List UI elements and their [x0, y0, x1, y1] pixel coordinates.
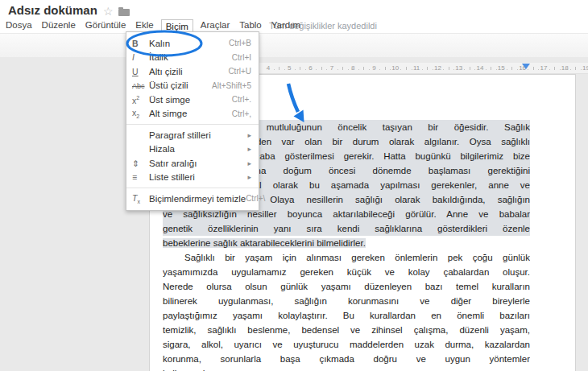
- menu-item-label: Biçimlendirmeyi temizle: [149, 194, 246, 204]
- subscript-icon: x2: [132, 108, 149, 119]
- ruler-number: 7: [330, 64, 333, 72]
- superscript-icon: x2: [132, 95, 149, 105]
- menu-shortcut: Ctrl+\: [246, 194, 265, 203]
- toolbar: Normal m... A: [0, 33, 588, 59]
- document-line[interactable]: yaşamımızda uygulamamız gereken küçük ve…: [163, 265, 530, 279]
- menubar-item-görüntüle[interactable]: Görüntüle: [83, 19, 129, 31]
- ruler-number: 13: [455, 64, 462, 72]
- menu-divider: [126, 188, 259, 188]
- menubar-item-dosya[interactable]: Dosya: [3, 19, 35, 31]
- menu-item-label: Üstü çizili: [149, 80, 212, 90]
- format-menu-item[interactable]: AbcÜstü çiziliAlt+Shift+5: [126, 79, 259, 93]
- document-workspace: 45678910111213141516171819 Sağlık, insan…: [0, 57, 588, 371]
- format-menu-item[interactable]: BKalınCtrl+B: [126, 36, 259, 51]
- menu-shortcut: Alt+Shift+5: [212, 81, 251, 90]
- format-menu-item[interactable]: TxBiçimlendirmeyi temizleCtrl+\: [126, 192, 259, 206]
- ruler-number: 18: [561, 64, 569, 72]
- clear-formatting-icon: Tx: [132, 193, 149, 204]
- submenu-arrow-icon: ▸: [247, 159, 251, 167]
- menu-shortcut: Ctrl+.: [232, 95, 251, 104]
- document-line[interactable]: kullanmadır.: [163, 366, 530, 371]
- ruler-number: 17: [540, 64, 547, 72]
- ruler-number: 5: [288, 64, 291, 72]
- document-line[interactable]: Sağlıklı bir yaşam için alınması gereken…: [163, 250, 530, 265]
- ruler-number: 19: [582, 64, 588, 72]
- italic-icon: I: [132, 52, 149, 62]
- strikethrough-icon: Abc: [132, 80, 149, 90]
- format-menu-item[interactable]: x2Alt simgeCtrl+,: [126, 107, 259, 122]
- ruler-number: 12: [434, 64, 441, 72]
- menu-item-label: Üst simge: [149, 95, 232, 105]
- format-menu: BKalınCtrl+BIİtalikCtrl+IUAltı çiziliCtr…: [126, 31, 259, 211]
- menubar-item-düzenle[interactable]: Düzenle: [39, 19, 78, 31]
- format-menu-item[interactable]: x2Üst simgeCtrl+.: [126, 93, 259, 107]
- menu-item-label: Paragraf stilleri: [149, 130, 247, 140]
- document-line[interactable]: paylaştığımız yaşamı kolaylaştırır. Bu k…: [163, 308, 530, 323]
- line-spacing-icon: ⇕: [132, 159, 149, 168]
- submenu-arrow-icon: ▸: [247, 131, 251, 139]
- document-title[interactable]: Adsız doküman: [8, 3, 97, 17]
- menu-item-label: Liste stilleri: [149, 172, 247, 182]
- bold-icon: B: [132, 39, 149, 48]
- document-line[interactable]: temizlik, sağlıklı beslenme, bedensel ve…: [163, 323, 530, 337]
- ruler-number: 10: [391, 64, 399, 72]
- ruler-number: 9: [372, 64, 375, 72]
- menu-item-label: Satır aralığı: [149, 159, 247, 168]
- ruler-indent-marker-icon[interactable]: [522, 64, 530, 69]
- ruler-number: 4: [267, 64, 270, 72]
- document-line[interactable]: bilinerek uygulanması, sağlığın korunmas…: [163, 294, 530, 308]
- format-menu-item[interactable]: UAltı çiziliCtrl+U: [126, 64, 259, 79]
- document-line[interactable]: genetik özelliklerinin yanı sıra kendi s…: [163, 221, 530, 236]
- ruler-number: 6: [308, 64, 312, 72]
- document-line[interactable]: sigara, alkol, uyarıcı ve uyuşturucu mad…: [163, 337, 530, 352]
- menu-item-label: Altı çizili: [149, 67, 228, 76]
- list-styles-icon: ≡: [132, 172, 149, 182]
- menu-shortcut: Ctrl+I: [232, 53, 251, 62]
- menu-item-label: Kalın: [149, 39, 229, 48]
- format-menu-item[interactable]: ≡Liste stilleri▸: [126, 171, 259, 185]
- document-line[interactable]: bebeklerine sağlık aktarabileceklerini b…: [163, 236, 530, 250]
- format-menu-item[interactable]: IİtalikCtrl+I: [126, 51, 259, 65]
- ruler-number: 15: [498, 64, 505, 72]
- menubar-item-araçlar[interactable]: Araçlar: [198, 19, 232, 31]
- ruler-number: 11: [413, 64, 420, 72]
- menubar-item-tablo[interactable]: Tablo: [237, 19, 264, 31]
- submenu-arrow-icon: ▸: [247, 145, 251, 153]
- underline-icon: U: [132, 67, 149, 76]
- ruler-number: 14: [477, 64, 484, 72]
- menu-divider: [126, 124, 259, 125]
- menubar-item-ekle[interactable]: Ekle: [133, 19, 155, 31]
- menu-bar: DosyaDüzenleGörüntüleEkleBiçimAraçlarTab…: [3, 18, 308, 32]
- star-icon[interactable]: ☆: [103, 5, 114, 18]
- document-line[interactable]: Nerede olursa olsun günlük yaşamı düzenl…: [163, 279, 530, 294]
- submenu-arrow-icon: ▸: [247, 173, 251, 181]
- google-docs-window: Adsız doküman ☆ DosyaDüzenleGörüntüleEkl…: [0, 0, 588, 371]
- format-menu-item[interactable]: ⇕Satır aralığı▸: [126, 156, 259, 171]
- folder-icon[interactable]: [118, 9, 130, 16]
- menu-item-label: Hizala: [149, 144, 247, 154]
- menu-item-label: Alt simge: [149, 109, 232, 118]
- format-menu-item[interactable]: Hizala▸: [126, 142, 259, 157]
- ruler-number: 8: [351, 64, 354, 72]
- document-line[interactable]: korunma, sorunlarla başa çıkmada doğru v…: [163, 352, 530, 366]
- menu-shortcut: Ctrl+B: [229, 39, 251, 47]
- menu-shortcut: Ctrl+U: [228, 67, 251, 76]
- format-menu-item[interactable]: Paragraf stilleri▸: [126, 128, 259, 142]
- menu-item-label: İtalik: [149, 52, 232, 62]
- menubar-item-yardım[interactable]: Yardım: [269, 19, 303, 31]
- menu-shortcut: Ctrl+,: [232, 109, 251, 118]
